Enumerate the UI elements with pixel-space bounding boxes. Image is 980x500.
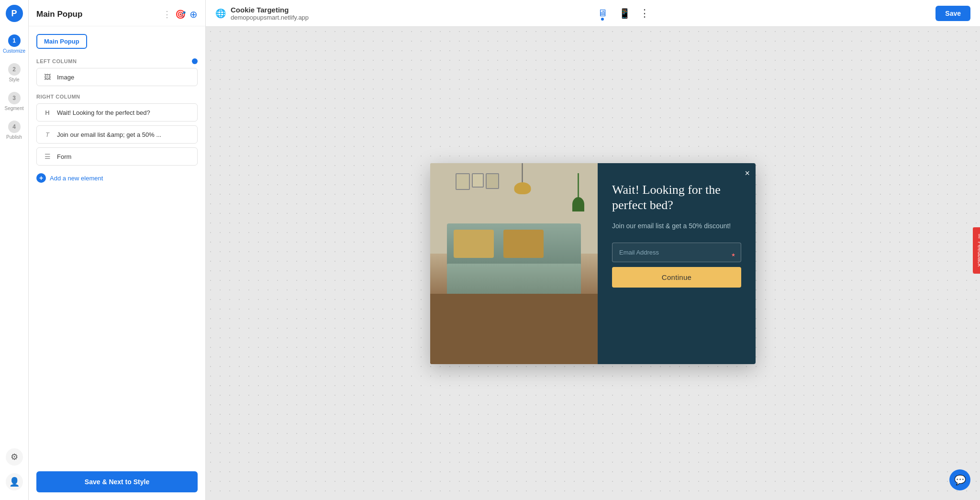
sidebar-item-label-customize: Customize <box>3 48 25 54</box>
step-circle-2: 2 <box>8 63 21 76</box>
user-icon-button[interactable]: 👤 <box>6 473 23 490</box>
panel-header-icons: ⋮ 🎯 ⊕ <box>163 9 198 20</box>
preview-area: × Wait! Looking for the perfect bed? Joi… <box>206 27 980 500</box>
popup-close-button[interactable]: × <box>745 169 750 178</box>
form-icon: ☰ <box>43 152 52 161</box>
panel-more-icon[interactable]: ⋮ <box>163 9 171 20</box>
settings-button[interactable]: ⚙ <box>6 448 23 466</box>
plant-top <box>572 197 584 211</box>
text-element[interactable]: T Join our email list &amp; get a 50% ..… <box>36 125 198 144</box>
sidebar-item-segment[interactable]: 3 Segment <box>0 87 28 116</box>
floor <box>430 294 598 364</box>
panel-title: Main Popup <box>36 10 82 19</box>
sidebar-item-label-publish: Publish <box>6 134 22 140</box>
popup-left-column <box>430 163 598 364</box>
popup-continue-button[interactable]: Continue <box>612 267 741 288</box>
nav-bottom: ⚙ 👤 <box>6 448 23 500</box>
top-bar-left: 🌐 Cookie Targeting demopopupsmart.netlif… <box>215 6 309 21</box>
text-icon: T <box>43 130 52 139</box>
mobile-button[interactable]: 📱 <box>616 5 634 22</box>
sidebar-item-label-segment: Segment <box>4 106 23 111</box>
popup-right-column: × Wait! Looking for the perfect bed? Joi… <box>598 163 756 364</box>
art-frame-2 <box>472 173 484 188</box>
more-options-button[interactable]: ⋮ <box>639 7 650 20</box>
lamp-shade <box>514 182 531 194</box>
panel-add-icon[interactable]: ⊕ <box>189 9 198 20</box>
bed <box>447 223 581 304</box>
left-column-label: LEFT COLUMN <box>36 58 198 64</box>
desktop-active-indicator <box>601 18 604 21</box>
step-circle-4: 4 <box>8 121 21 133</box>
panel-header: Main Popup ⋮ 🎯 ⊕ <box>29 0 205 26</box>
chat-icon: 💬 <box>954 474 966 486</box>
heading-element[interactable]: H Wait! Looking for the perfect bed? <box>36 103 198 122</box>
text-label: Join our email list &amp; get a 50% ... <box>57 131 161 138</box>
heading-icon: H <box>43 108 52 117</box>
plant-tall <box>572 173 584 211</box>
popup-heading: Wait! Looking for the perfect bed? <box>612 182 741 213</box>
panel: Main Popup ⋮ 🎯 ⊕ Main Popup LEFT COLUMN … <box>29 0 206 500</box>
form-label: Form <box>57 153 71 160</box>
device-switcher: 🖥 📱 ⋮ <box>595 5 650 22</box>
sidebar-item-label-style: Style <box>9 77 19 82</box>
form-element[interactable]: ☰ Form <box>36 147 198 166</box>
main-area: 🌐 Cookie Targeting demopopupsmart.netlif… <box>206 0 980 500</box>
page-domain: demopopupsmart.netlify.app <box>231 14 309 21</box>
panel-target-icon[interactable]: 🎯 <box>175 9 186 20</box>
art-frame-3 <box>486 173 499 189</box>
sidebar-item-publish[interactable]: 4 Publish <box>0 116 28 144</box>
nav-sidebar: P 1 Customize 2 Style 3 Segment 4 Publis… <box>0 0 29 500</box>
email-wrapper: ★ <box>612 243 741 267</box>
sidebar-item-style[interactable]: 2 Style <box>0 58 28 87</box>
chat-bubble-button[interactable]: 💬 <box>949 469 970 490</box>
plus-icon: + <box>36 173 46 183</box>
lamp-pendant <box>514 163 531 194</box>
step-circle-1: 1 <box>8 34 21 47</box>
save-next-button[interactable]: Save & Next to Style <box>36 471 198 492</box>
sidebar-item-customize[interactable]: 1 Customize <box>0 30 28 58</box>
page-title: Cookie Targeting <box>231 6 309 14</box>
lamp-cord <box>522 163 523 182</box>
required-star: ★ <box>731 252 735 257</box>
globe-icon: 🌐 <box>215 8 226 19</box>
top-bar: 🌐 Cookie Targeting demopopupsmart.netlif… <box>206 0 980 27</box>
panel-body: Main Popup LEFT COLUMN 🖼 Image RIGHT COL… <box>29 26 205 466</box>
feedback-tab[interactable]: ✉ Feedback <box>973 227 980 273</box>
wall-art <box>456 173 499 190</box>
heading-label: Wait! Looking for the perfect bed? <box>57 109 150 116</box>
app-logo[interactable]: P <box>6 5 23 22</box>
add-element-label: Add a new element <box>50 175 103 182</box>
art-frame-1 <box>456 173 470 190</box>
desktop-button[interactable]: 🖥 <box>595 5 610 22</box>
popup-subtext: Join our email list & get a 50% discount… <box>612 221 741 231</box>
popup-email-input[interactable] <box>612 243 741 262</box>
image-label: Image <box>57 74 74 81</box>
add-element-button[interactable]: + Add a new element <box>36 169 198 187</box>
tab-buttons: Main Popup <box>36 34 198 49</box>
left-col-indicator <box>192 58 198 64</box>
bed-pillow-1 <box>454 230 494 258</box>
step-circle-3: 3 <box>8 92 21 104</box>
bedroom-image <box>430 163 598 364</box>
image-icon: 🖼 <box>43 72 52 82</box>
right-column-label: RIGHT COLUMN <box>36 94 198 100</box>
feedback-label: Feedback <box>977 241 980 267</box>
bed-pillow-2 <box>503 230 544 258</box>
site-info: Cookie Targeting demopopupsmart.netlify.… <box>231 6 309 21</box>
tab-main-popup[interactable]: Main Popup <box>36 34 87 49</box>
image-element[interactable]: 🖼 Image <box>36 68 198 86</box>
popup-modal: × Wait! Looking for the perfect bed? Joi… <box>430 163 756 364</box>
save-button[interactable]: Save <box>935 6 970 21</box>
feedback-icon: ✉ <box>977 233 980 238</box>
